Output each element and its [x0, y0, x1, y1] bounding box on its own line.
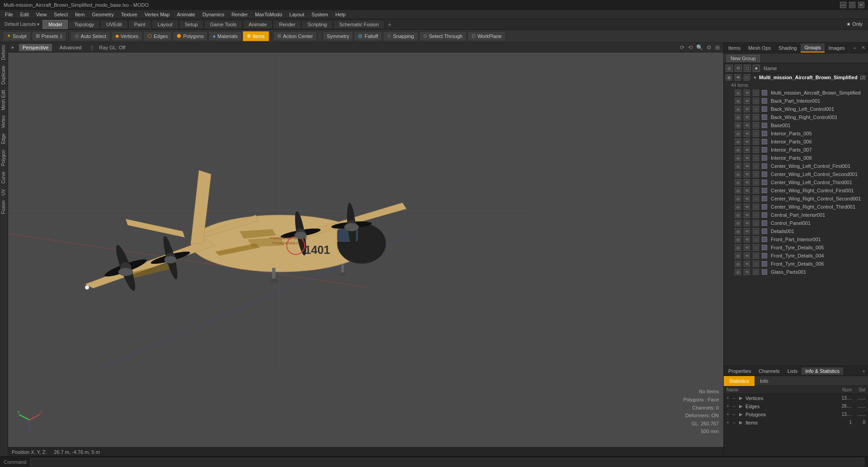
expand-icon[interactable]: +	[726, 412, 732, 417]
edges-button[interactable]: ⬡ Edges	[143, 31, 172, 41]
group-item-22[interactable]: ◎ ⟲ □ Glass_Parts001	[724, 268, 868, 276]
root-vis-btn[interactable]: □	[744, 74, 750, 81]
group-item-14[interactable]: ◎ ⟲ □ Center_Wing_Right_Control_Third001	[724, 203, 868, 211]
groups-btn-3[interactable]: □	[744, 65, 751, 72]
expand-icon[interactable]: +	[726, 420, 732, 425]
new-group-button[interactable]: New Group	[726, 55, 760, 62]
rp-tab-shading[interactable]: Shading	[775, 43, 800, 52]
groups-btn-2[interactable]: ⟲	[735, 65, 742, 72]
sidebar-item-meshedit[interactable]: Mesh Edit	[0, 87, 8, 113]
group-item-2[interactable]: ◎ ⟲ □ Back_Wing_Left_Control001	[724, 105, 868, 113]
groups-btn-4[interactable]: ■	[753, 65, 760, 72]
group-item-9[interactable]: ◎ ⟲ □ Center_Wing_Left_Control_First001	[724, 162, 868, 170]
root-eye-btn[interactable]: ◎	[726, 74, 732, 81]
menu-geometry[interactable]: Geometry	[89, 11, 117, 18]
bp-tab-channels[interactable]: Channels	[755, 367, 783, 375]
expand-icon[interactable]: +	[726, 396, 732, 400]
menu-maxtomodo[interactable]: MaxToModo	[252, 11, 285, 18]
select-through-button[interactable]: ⊙ Select Through	[419, 31, 467, 41]
stat-tab-statistics[interactable]: Statistics	[724, 376, 755, 386]
menu-view[interactable]: View	[33, 11, 50, 18]
command-input[interactable]	[30, 458, 864, 466]
group-item-21[interactable]: ◎ ⟲ □ Front_Tyre_Details_006	[724, 260, 868, 268]
group-item-0[interactable]: ◎ ⟲ □ Multi_mission_Aircraft_Brown_Simpl…	[724, 89, 868, 97]
action-center-button[interactable]: ⊞ Action Center	[273, 31, 317, 41]
group-item-18[interactable]: ◎ ⟲ □ Front_Part_Interior001	[724, 235, 868, 243]
close-button[interactable]: ✕	[858, 2, 864, 8]
menu-item[interactable]: Item	[72, 11, 88, 18]
sidebar-item-uv[interactable]: UV	[0, 186, 8, 198]
root-lock-btn[interactable]: ⟲	[735, 74, 741, 81]
viewport-icon-grid[interactable]: ⊞	[714, 44, 721, 51]
group-item-3[interactable]: ◎ ⟲ □ Back_Wing_Right_Control001	[724, 113, 868, 121]
viewport-icon-settings[interactable]: ⚙	[706, 44, 712, 51]
symmetry-button[interactable]: Symmetry	[323, 31, 354, 41]
tab-animate[interactable]: Animate	[243, 20, 273, 29]
viewport-tab-perspective[interactable]: Perspective	[19, 44, 52, 51]
menu-file[interactable]: File	[2, 11, 16, 18]
bp-tab-properties[interactable]: Properties	[725, 367, 755, 375]
menu-system[interactable]: System	[308, 11, 331, 18]
viewport-icon-zoom[interactable]: 🔍	[695, 44, 704, 51]
tab-uvedit[interactable]: UVEdit	[100, 20, 127, 29]
stat-tab-info[interactable]: Info	[755, 376, 774, 386]
snapping-button[interactable]: ⊹ Snapping	[383, 31, 418, 41]
menu-texture[interactable]: Texture	[118, 11, 141, 18]
stat-play-icon[interactable]: ▶	[739, 420, 745, 425]
tab-model[interactable]: Model	[42, 20, 68, 29]
sidebar-item-edge[interactable]: Edge	[0, 131, 8, 147]
polygons-button[interactable]: ⬢ Polygons	[173, 31, 208, 41]
group-item-13[interactable]: ◎ ⟲ □ Center_Wing_Right_Control_Second00…	[724, 195, 868, 203]
title-bar-controls[interactable]: — □ ✕	[840, 2, 864, 8]
rp-tab-meshops[interactable]: Mesh Ops	[745, 43, 774, 52]
stat-play-icon[interactable]: ▶	[739, 396, 745, 400]
vertices-button[interactable]: ◆ Vertices	[111, 31, 142, 41]
sidebar-item-polygon[interactable]: Polygon	[0, 147, 8, 169]
tab-setup[interactable]: Setup	[179, 20, 204, 29]
bp-tab-info-statistics[interactable]: Info & Statistics	[802, 367, 843, 375]
sidebar-item-duplicate[interactable]: Duplicate	[0, 63, 8, 87]
group-item-16[interactable]: ◎ ⟲ □ Control_Panel001	[724, 219, 868, 227]
sidebar-item-curve[interactable]: Curve	[0, 169, 8, 186]
menu-select[interactable]: Select	[51, 11, 71, 18]
group-item-8[interactable]: ◎ ⟲ □ Interior_Parts_008	[724, 154, 868, 162]
bp-tab-add-button[interactable]: +	[861, 368, 867, 374]
group-item-20[interactable]: ◎ ⟲ □ Front_Tyre_Details_004	[724, 252, 868, 260]
rp-close-button[interactable]: ✕	[859, 45, 867, 51]
tab-topology[interactable]: Topology	[68, 20, 100, 29]
rp-tab-groups[interactable]: Groups	[801, 43, 824, 52]
viewport-tab-advanced[interactable]: Advanced	[56, 44, 85, 51]
viewport-toggle[interactable]: ▸	[11, 44, 15, 50]
maximize-button[interactable]: □	[849, 2, 855, 8]
root-expand-icon[interactable]: ▼	[753, 75, 757, 80]
menu-layout[interactable]: Layout	[286, 11, 307, 18]
menu-render[interactable]: Render	[228, 11, 251, 18]
auto-select-button[interactable]: ◎ Auto Select	[71, 31, 110, 41]
tab-paint[interactable]: Paint	[128, 20, 151, 29]
group-item-7[interactable]: ◎ ⟲ □ Interior_Parts_007	[724, 146, 868, 154]
menu-vertexmap[interactable]: Vertex Map	[142, 11, 173, 18]
groups-btn-1[interactable]: ◎	[726, 65, 733, 72]
tab-layout[interactable]: Layout	[152, 20, 179, 29]
stat-play-icon[interactable]: ▶	[739, 404, 745, 409]
workplane-button[interactable]: ⊡ WorkPlane	[467, 31, 506, 41]
viewport-icon-undo[interactable]: ⟲	[687, 44, 693, 51]
tab-scripting[interactable]: Scripting	[302, 20, 333, 29]
sculpt-button[interactable]: ✦ Sculpt	[3, 31, 31, 41]
group-item-6[interactable]: ◎ ⟲ □ Interior_Parts_006	[724, 138, 868, 146]
group-item-11[interactable]: ◎ ⟲ □ Center_Wing_Left_Control_Third001	[724, 178, 868, 186]
tab-render[interactable]: Render	[273, 20, 301, 29]
group-item-4[interactable]: ◎ ⟲ □ Base001	[724, 121, 868, 129]
group-item-1[interactable]: ◎ ⟲ □ Back_Part_Interior001	[724, 97, 868, 105]
group-root[interactable]: ◎ ⟲ □ ▼ Multi_mission_Aircraft_Brown_Sim…	[724, 73, 868, 81]
group-item-12[interactable]: ◎ ⟲ □ Center_Wing_Right_Control_First001	[724, 186, 868, 195]
sidebar-item-vertex[interactable]: Vertex	[0, 113, 8, 131]
rp-tab-add-button[interactable]: +	[852, 45, 858, 51]
menu-help[interactable]: Help	[332, 11, 349, 18]
sidebar-item-deform[interactable]: Deform	[0, 43, 8, 63]
items-button[interactable]: ⊕ Items	[243, 31, 269, 41]
viewport-icon-reset[interactable]: ⟳	[679, 44, 685, 51]
minimize-button[interactable]: —	[840, 2, 846, 8]
bp-tab-lists[interactable]: Lists	[784, 367, 802, 375]
tab-gametools[interactable]: Game Tools	[204, 20, 242, 29]
